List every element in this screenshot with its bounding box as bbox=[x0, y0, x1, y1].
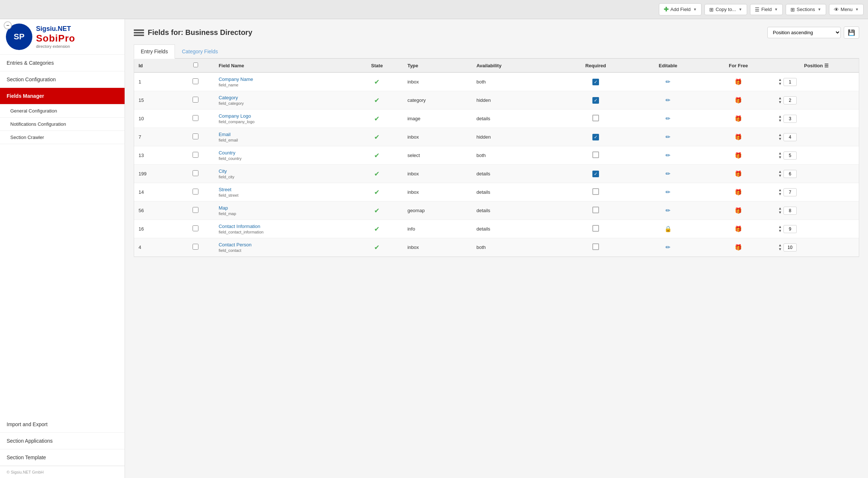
position-input[interactable] bbox=[783, 115, 797, 123]
tab-category-fields[interactable]: Category Fields bbox=[175, 44, 225, 58]
field-name-link[interactable]: Contact Information bbox=[219, 224, 260, 229]
position-input[interactable] bbox=[783, 78, 797, 86]
copy-to-button[interactable]: ⊞ Copy to... ▼ bbox=[704, 4, 747, 15]
position-input[interactable] bbox=[783, 188, 797, 196]
lock-icon: 🔒 bbox=[664, 226, 672, 232]
sidebar-item-section-crawler[interactable]: Section Crawler bbox=[0, 131, 125, 144]
cell-position: ▲ ▼ bbox=[774, 220, 859, 238]
copy-to-arrow: ▼ bbox=[739, 7, 742, 11]
save-button[interactable]: 💾 bbox=[844, 26, 859, 39]
row-checkbox[interactable] bbox=[193, 78, 198, 84]
edit-icon[interactable]: ✏ bbox=[666, 189, 670, 195]
position-up-arrow[interactable]: ▲ bbox=[778, 188, 782, 192]
position-down-arrow[interactable]: ▼ bbox=[778, 156, 782, 159]
cell-state: ✔ bbox=[351, 128, 403, 146]
sidebar-item-fields-manager[interactable]: Fields Manager bbox=[0, 88, 125, 104]
edit-icon[interactable]: ✏ bbox=[666, 134, 670, 140]
row-checkbox[interactable] bbox=[193, 225, 198, 231]
sidebar-item-section-template[interactable]: Section Template bbox=[0, 449, 125, 466]
position-input[interactable] bbox=[783, 225, 797, 233]
cell-checkbox bbox=[177, 128, 214, 146]
position-down-arrow[interactable]: ▼ bbox=[778, 192, 782, 196]
tab-entry-fields[interactable]: Entry Fields bbox=[134, 44, 175, 59]
sidebar-item-general-configuration[interactable]: General Configuration bbox=[0, 104, 125, 118]
select-all-checkbox[interactable] bbox=[193, 63, 198, 67]
row-checkbox[interactable] bbox=[193, 133, 198, 139]
position-up-arrow[interactable]: ▲ bbox=[778, 151, 782, 155]
cell-type: info bbox=[403, 220, 472, 238]
add-field-button[interactable]: ✚ Add Field ▼ bbox=[659, 3, 702, 15]
position-down-arrow[interactable]: ▼ bbox=[778, 174, 782, 178]
collapse-button[interactable]: − bbox=[4, 21, 12, 29]
required-empty-icon bbox=[592, 151, 599, 158]
cell-state: ✔ bbox=[351, 146, 403, 165]
cell-state: ✔ bbox=[351, 220, 403, 238]
field-name-link[interactable]: Category bbox=[219, 95, 238, 100]
position-up-arrow[interactable]: ▲ bbox=[778, 170, 782, 174]
field-button[interactable]: ☰ Field ▼ bbox=[750, 4, 783, 15]
eye-icon: 👁 bbox=[834, 7, 839, 13]
cell-for-free: 🎁 bbox=[703, 146, 774, 165]
position-input[interactable] bbox=[783, 96, 797, 104]
position-up-arrow[interactable]: ▲ bbox=[778, 133, 782, 137]
row-checkbox[interactable] bbox=[193, 152, 198, 158]
field-name-link[interactable]: City bbox=[219, 168, 227, 174]
position-input[interactable] bbox=[783, 133, 797, 141]
position-input[interactable] bbox=[783, 151, 797, 160]
sections-button[interactable]: ⊞ Sections ▼ bbox=[786, 4, 826, 15]
edit-icon[interactable]: ✏ bbox=[666, 207, 670, 214]
edit-icon[interactable]: ✏ bbox=[666, 152, 670, 158]
col-type: Type bbox=[403, 59, 472, 72]
position-up-arrow[interactable]: ▲ bbox=[778, 243, 782, 247]
position-down-arrow[interactable]: ▼ bbox=[778, 211, 782, 214]
page-title: Fields for: Business Directory bbox=[148, 28, 252, 37]
position-down-arrow[interactable]: ▼ bbox=[778, 100, 782, 104]
sidebar-item-notifications-configuration[interactable]: Notifications Configuration bbox=[0, 118, 125, 131]
row-checkbox[interactable] bbox=[193, 97, 198, 103]
cell-type: category bbox=[403, 91, 472, 110]
cell-required bbox=[558, 183, 633, 201]
position-up-arrow[interactable]: ▲ bbox=[778, 96, 782, 100]
field-name-link[interactable]: Country bbox=[219, 150, 236, 156]
cell-required bbox=[558, 146, 633, 165]
position-down-arrow[interactable]: ▼ bbox=[778, 137, 782, 141]
row-checkbox[interactable] bbox=[193, 170, 198, 176]
sort-select[interactable]: Position ascending Position descending N… bbox=[767, 27, 841, 38]
field-name-link[interactable]: Email bbox=[219, 132, 231, 137]
sidebar-item-section-applications[interactable]: Section Applications bbox=[0, 433, 125, 449]
row-checkbox[interactable] bbox=[193, 244, 198, 250]
cell-id: 1 bbox=[134, 72, 177, 91]
position-down-arrow[interactable]: ▼ bbox=[778, 82, 782, 86]
position-down-arrow[interactable]: ▼ bbox=[778, 247, 782, 251]
position-input[interactable] bbox=[783, 170, 797, 178]
edit-icon[interactable]: ✏ bbox=[666, 244, 670, 250]
position-input[interactable] bbox=[783, 243, 797, 252]
menu-button[interactable]: 👁 Menu ▼ bbox=[829, 4, 864, 15]
field-name-link[interactable]: Contact Person bbox=[219, 242, 252, 247]
row-checkbox[interactable] bbox=[193, 207, 198, 213]
cell-editable: ✏ bbox=[633, 91, 703, 110]
position-up-arrow[interactable]: ▲ bbox=[778, 207, 782, 210]
position-down-arrow[interactable]: ▼ bbox=[778, 229, 782, 233]
field-name-link[interactable]: Street bbox=[219, 187, 232, 192]
col-position: Position ☰ bbox=[774, 59, 859, 72]
position-input[interactable] bbox=[783, 207, 797, 215]
edit-icon[interactable]: ✏ bbox=[666, 97, 670, 103]
field-name-link[interactable]: Company Logo bbox=[219, 113, 251, 119]
position-down-arrow[interactable]: ▼ bbox=[778, 119, 782, 122]
sidebar-item-section-configuration[interactable]: Section Configuration bbox=[0, 71, 125, 88]
edit-icon[interactable]: ✏ bbox=[666, 115, 670, 122]
field-name-link[interactable]: Company Name bbox=[219, 76, 253, 82]
position-up-arrow[interactable]: ▲ bbox=[778, 115, 782, 118]
row-checkbox[interactable] bbox=[193, 115, 198, 121]
row-checkbox[interactable] bbox=[193, 189, 198, 195]
edit-icon[interactable]: ✏ bbox=[666, 79, 670, 85]
position-up-arrow[interactable]: ▲ bbox=[778, 225, 782, 229]
field-name-link[interactable]: Map bbox=[219, 205, 228, 211]
sidebar-item-entries-categories[interactable]: Entries & Categories bbox=[0, 55, 125, 71]
content-area: Fields for: Business Directory Position … bbox=[125, 19, 868, 478]
cell-field-name: Company Logo field_company_logo bbox=[214, 110, 351, 128]
sidebar-item-import-export[interactable]: Import and Export bbox=[0, 416, 125, 433]
edit-icon[interactable]: ✏ bbox=[666, 171, 670, 177]
position-up-arrow[interactable]: ▲ bbox=[778, 78, 782, 82]
